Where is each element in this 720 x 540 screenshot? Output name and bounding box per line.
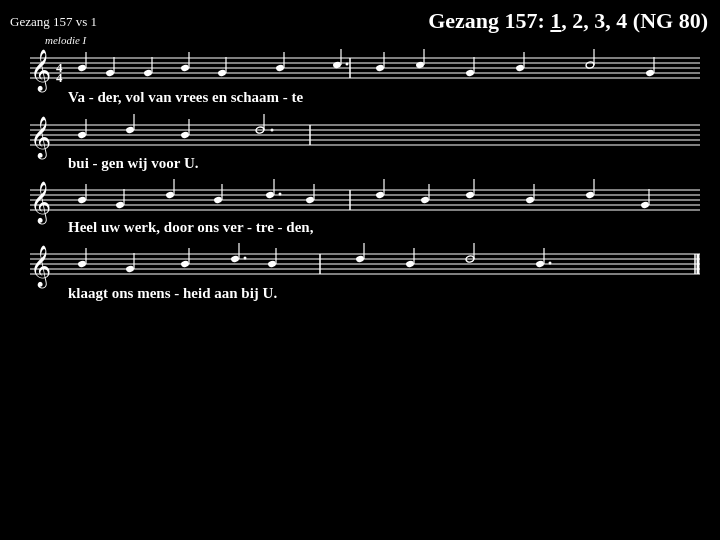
svg-point-101 <box>244 257 247 260</box>
svg-text:𝄞: 𝄞 <box>30 49 51 93</box>
svg-point-22 <box>346 63 349 66</box>
svg-point-80 <box>525 196 534 204</box>
svg-point-47 <box>180 131 189 139</box>
svg-point-111 <box>535 260 544 268</box>
svg-point-107 <box>405 260 414 268</box>
svg-point-78 <box>465 191 474 199</box>
svg-point-27 <box>465 69 474 77</box>
svg-point-97 <box>180 260 189 268</box>
svg-point-18 <box>275 64 284 72</box>
svg-text:𝄞: 𝄞 <box>30 181 51 225</box>
svg-point-76 <box>420 196 429 204</box>
svg-text:𝄞: 𝄞 <box>30 245 51 289</box>
svg-point-68 <box>265 191 274 199</box>
svg-text:Heel  uw  werk,  door  ons  ve: Heel uw werk, door ons ver - tre - den, <box>68 219 314 235</box>
svg-point-43 <box>77 131 86 139</box>
svg-point-105 <box>355 255 364 263</box>
svg-text:bui - gen  wij  voor  U.: bui - gen wij voor U. <box>68 155 199 171</box>
svg-point-71 <box>305 196 314 204</box>
svg-point-113 <box>549 262 552 265</box>
svg-text:klaagt  ons  mens - heid  aan : klaagt ons mens - heid aan bij U. <box>68 285 277 301</box>
svg-point-60 <box>77 196 86 204</box>
melody-label: melodie I <box>45 34 88 46</box>
svg-point-102 <box>267 260 276 268</box>
svg-point-95 <box>125 265 134 273</box>
svg-point-14 <box>180 64 189 72</box>
svg-point-93 <box>77 260 86 268</box>
svg-point-45 <box>125 126 134 134</box>
svg-point-51 <box>271 129 274 132</box>
svg-point-64 <box>165 191 174 199</box>
svg-point-74 <box>375 191 384 199</box>
svg-point-84 <box>640 201 649 209</box>
svg-text:Va - der,  vol  van  vrees  en: Va - der, vol van vrees en schaam - te <box>68 89 304 105</box>
svg-point-82 <box>585 191 594 199</box>
svg-point-16 <box>217 69 226 77</box>
svg-point-10 <box>105 69 114 77</box>
sheet-music: melodie I 𝄞 4 4 Va - der, <box>0 30 720 310</box>
svg-text:𝄞: 𝄞 <box>30 116 51 160</box>
svg-point-23 <box>375 64 384 72</box>
svg-point-12 <box>143 69 152 77</box>
svg-point-33 <box>645 69 654 77</box>
svg-point-99 <box>230 255 239 263</box>
svg-point-29 <box>515 64 524 72</box>
svg-point-66 <box>213 196 222 204</box>
svg-point-62 <box>115 201 124 209</box>
song-label: Gezang 157 vs 1 <box>10 14 97 30</box>
svg-point-8 <box>77 64 86 72</box>
svg-point-70 <box>279 193 282 196</box>
svg-text:4: 4 <box>56 70 63 85</box>
